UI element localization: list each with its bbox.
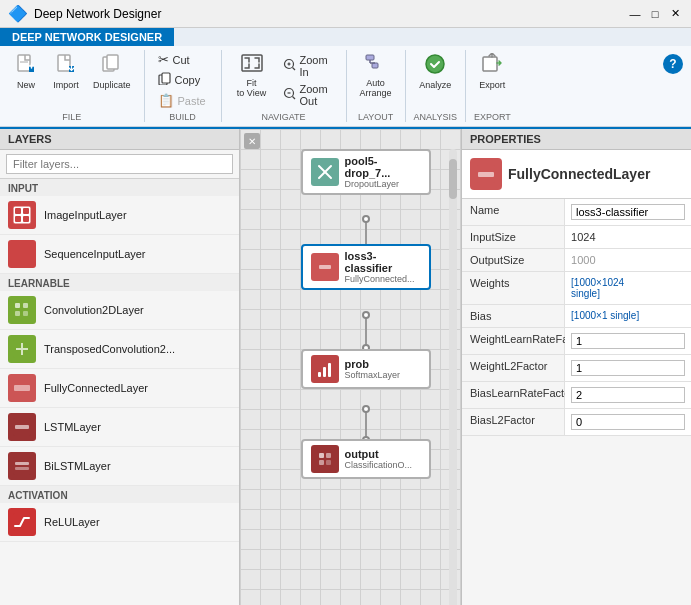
svg-rect-38 bbox=[15, 467, 29, 470]
list-item[interactable]: LSTMLayer bbox=[0, 408, 239, 447]
properties-layer-title: FullyConnectedLayer bbox=[462, 150, 691, 199]
copy-label: Copy bbox=[175, 74, 201, 86]
list-item[interactable]: ReLULayer bbox=[0, 503, 239, 542]
wl2f-input[interactable] bbox=[571, 360, 685, 376]
layer-name: ImageInputLayer bbox=[44, 209, 127, 221]
properties-layer-icon bbox=[470, 158, 502, 190]
ribbon-group-file: New Import Duplicate FILE bbox=[0, 50, 145, 122]
output-icon bbox=[311, 445, 339, 473]
properties-panel: PROPERTIES FullyConnectedLayer Name Inpu… bbox=[461, 129, 691, 605]
layer-icon bbox=[8, 508, 36, 536]
list-item[interactable]: ImageInputLayer bbox=[0, 196, 239, 235]
layers-search-input[interactable] bbox=[6, 154, 233, 174]
import-icon bbox=[55, 53, 77, 78]
import-button[interactable]: Import bbox=[48, 50, 84, 93]
close-button[interactable]: ✕ bbox=[667, 6, 683, 22]
prop-value-wl2f[interactable] bbox=[565, 355, 691, 381]
properties-layer-name: FullyConnectedLayer bbox=[508, 166, 650, 182]
prob-name: prob bbox=[345, 358, 401, 370]
layer-icon bbox=[8, 413, 36, 441]
export-label: Export bbox=[479, 80, 505, 90]
analyze-button[interactable]: Analyze bbox=[414, 50, 456, 93]
duplicate-button[interactable]: Duplicate bbox=[88, 50, 136, 93]
prop-value-weights: [1000×1024single] bbox=[565, 272, 691, 304]
svg-rect-49 bbox=[326, 453, 331, 458]
prop-row-wl2f: WeightL2Factor bbox=[462, 355, 691, 382]
node-pool5[interactable]: pool5-drop_7... DropoutLayer bbox=[301, 149, 431, 195]
ribbon-group-export: Export EXPORT bbox=[466, 50, 519, 122]
prop-value-wlrf[interactable] bbox=[565, 328, 691, 354]
loss3-type: FullyConnected... bbox=[345, 274, 421, 284]
canvas-scrollbar-track[interactable] bbox=[449, 149, 457, 605]
help-button[interactable]: ? bbox=[663, 54, 683, 74]
pool5-type: DropoutLayer bbox=[345, 179, 421, 189]
export-group-label: EXPORT bbox=[474, 110, 511, 122]
prop-row-blrf: BiasLearnRateFactor bbox=[462, 382, 691, 409]
file-group-label: FILE bbox=[8, 110, 136, 122]
import-label: Import bbox=[53, 80, 79, 90]
prop-value-inputsize: 1024 bbox=[565, 226, 691, 248]
list-item[interactable]: BiLSTMLayer bbox=[0, 447, 239, 486]
close-panel-button[interactable]: ✕ bbox=[244, 133, 260, 149]
layer-icon bbox=[8, 374, 36, 402]
node-loss3[interactable]: loss3-classifier FullyConnected... bbox=[301, 244, 431, 290]
prop-row-bl2f: BiasL2Factor bbox=[462, 409, 691, 436]
prop-row-weights: Weights [1000×1024single] bbox=[462, 272, 691, 305]
loss3-icon bbox=[311, 253, 339, 281]
node-output[interactable]: output ClassificationO... bbox=[301, 439, 431, 479]
layer-name: LSTMLayer bbox=[44, 421, 101, 433]
duplicate-label: Duplicate bbox=[93, 80, 131, 90]
svg-rect-37 bbox=[15, 462, 29, 465]
list-item[interactable]: TransposedConvolution2... bbox=[0, 330, 239, 369]
zoom-in-icon bbox=[283, 58, 296, 74]
svg-rect-50 bbox=[319, 460, 324, 465]
ribbon: DEEP NETWORK DESIGNER New Import bbox=[0, 28, 691, 129]
list-item[interactable]: SequenceInputLayer bbox=[0, 235, 239, 274]
prop-row-outputsize: OutputSize 1000 bbox=[462, 249, 691, 272]
fit-to-view-button[interactable]: Fitto View bbox=[230, 50, 274, 101]
layer-icon bbox=[8, 240, 36, 268]
wlrf-input[interactable] bbox=[571, 333, 685, 349]
new-button[interactable]: New bbox=[8, 50, 44, 93]
blrf-input[interactable] bbox=[571, 387, 685, 403]
layer-icon bbox=[8, 452, 36, 480]
zoom-out-label: Zoom Out bbox=[300, 83, 333, 107]
auto-arrange-button[interactable]: AutoArrange bbox=[355, 50, 397, 101]
prop-value-bl2f[interactable] bbox=[565, 409, 691, 435]
copy-button[interactable]: Copy bbox=[153, 70, 213, 90]
ribbon-group-build: ✂ Cut Copy 📋 Paste BUILD bbox=[145, 50, 222, 122]
zoom-group: Zoom In Zoom Out bbox=[278, 52, 338, 109]
list-item[interactable]: FullyConnectedLayer bbox=[0, 369, 239, 408]
cut-button[interactable]: ✂ Cut bbox=[153, 50, 213, 69]
maximize-button[interactable]: □ bbox=[647, 6, 663, 22]
zoom-out-button[interactable]: Zoom Out bbox=[278, 81, 338, 109]
zoom-in-label: Zoom In bbox=[300, 54, 333, 78]
node-prob[interactable]: prob SoftmaxLayer bbox=[301, 349, 431, 389]
zoom-in-button[interactable]: Zoom In bbox=[278, 52, 338, 80]
layers-list: INPUT ImageInputLayer SequenceInputLayer… bbox=[0, 179, 239, 605]
pool5-icon bbox=[311, 158, 339, 186]
bl2f-input[interactable] bbox=[571, 414, 685, 430]
canvas-area[interactable]: ✕ pool5-drop_7... DropoutLayer bbox=[240, 129, 461, 605]
paste-button[interactable]: 📋 Paste bbox=[153, 91, 213, 110]
svg-rect-27 bbox=[15, 303, 20, 308]
connector-3 bbox=[365, 409, 367, 437]
prop-value-blrf[interactable] bbox=[565, 382, 691, 408]
prop-label-bl2f: BiasL2Factor bbox=[462, 409, 565, 435]
minimize-button[interactable]: — bbox=[627, 6, 643, 22]
layer-icon bbox=[8, 335, 36, 363]
name-input[interactable] bbox=[571, 204, 685, 220]
prop-value-outputsize[interactable]: 1000 bbox=[565, 249, 691, 271]
layout-group-label: LAYOUT bbox=[355, 110, 397, 122]
prop-label-inputsize: InputSize bbox=[462, 226, 565, 248]
canvas-scrollbar-thumb[interactable] bbox=[449, 159, 457, 199]
ribbon-content: New Import Duplicate FILE bbox=[0, 46, 691, 127]
export-icon bbox=[480, 53, 504, 78]
prob-info: prob SoftmaxLayer bbox=[345, 358, 401, 380]
duplicate-icon bbox=[101, 53, 123, 78]
export-button[interactable]: Export bbox=[474, 50, 510, 93]
prop-value-name[interactable] bbox=[565, 199, 691, 225]
pool5-info: pool5-drop_7... DropoutLayer bbox=[345, 155, 421, 189]
list-item[interactable]: Convolution2DLayer bbox=[0, 291, 239, 330]
svg-rect-18 bbox=[483, 57, 497, 71]
